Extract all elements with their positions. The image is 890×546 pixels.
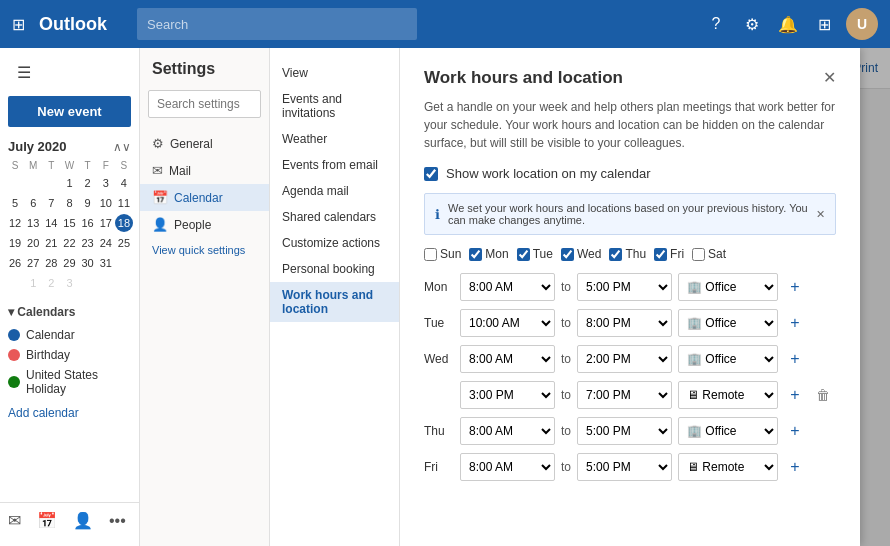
wed-end-time-2[interactable]: 7:00 PM8:00 PM xyxy=(577,381,672,409)
apps-icon[interactable]: ⊞ xyxy=(810,10,838,38)
mini-cal-day[interactable]: 11 xyxy=(115,194,133,212)
day-sat-checkbox[interactable] xyxy=(692,248,705,261)
wed-start-time-1[interactable]: 8:00 AM9:00 AM xyxy=(460,345,555,373)
fri-location[interactable]: 🖥 Remote🏢 Office xyxy=(678,453,778,481)
mini-cal-day[interactable]: 31 xyxy=(97,254,115,272)
mini-cal-day[interactable]: 6 xyxy=(24,194,42,212)
wed-end-time-1[interactable]: 2:00 PM5:00 PM xyxy=(577,345,672,373)
new-event-button[interactable]: New event xyxy=(8,96,131,127)
mini-cal-day[interactable]: 27 xyxy=(24,254,42,272)
mini-cal-day[interactable]: 30 xyxy=(79,254,97,272)
calendar-item-us-holiday[interactable]: United States Holiday xyxy=(8,365,131,399)
help-icon[interactable]: ? xyxy=(702,10,730,38)
fri-end-time[interactable]: 5:00 PM6:00 PM xyxy=(577,453,672,481)
day-fri-checkbox[interactable] xyxy=(654,248,667,261)
thu-add-button[interactable]: + xyxy=(784,420,806,442)
mini-cal-day[interactable]: 13 xyxy=(24,214,42,232)
mini-cal-day[interactable] xyxy=(79,274,97,292)
search-input[interactable] xyxy=(137,8,417,40)
hamburger-button[interactable]: ☰ xyxy=(8,56,40,88)
wh-close-button[interactable]: ✕ xyxy=(823,68,836,87)
avatar[interactable]: U xyxy=(846,8,878,40)
submenu-work-hours[interactable]: Work hours and location xyxy=(270,282,399,322)
mini-cal-day[interactable] xyxy=(24,174,42,192)
settings-nav-general[interactable]: ⚙ General xyxy=(140,130,269,157)
add-calendar-button[interactable]: Add calendar xyxy=(8,403,131,423)
wed-location-1[interactable]: 🏢 Office🖥 Remote xyxy=(678,345,778,373)
mini-cal-day[interactable] xyxy=(6,274,24,292)
mini-cal-day[interactable]: 14 xyxy=(42,214,60,232)
calendar-item-birthday[interactable]: Birthday xyxy=(8,345,131,365)
mini-cal-day[interactable]: 21 xyxy=(42,234,60,252)
calendar-item-calendar[interactable]: Calendar xyxy=(8,325,131,345)
more-icon[interactable]: ••• xyxy=(109,512,126,530)
mini-cal-day[interactable] xyxy=(115,274,133,292)
wed-add-button-2[interactable]: + xyxy=(784,384,806,406)
settings-nav-people[interactable]: 👤 People xyxy=(140,211,269,238)
calendar-icon[interactable]: 📅 xyxy=(37,511,57,530)
submenu-personal-booking[interactable]: Personal booking xyxy=(270,256,399,282)
mini-cal-day[interactable] xyxy=(42,174,60,192)
submenu-weather[interactable]: Weather xyxy=(270,126,399,152)
mini-cal-day[interactable] xyxy=(115,254,133,272)
fri-add-button[interactable]: + xyxy=(784,456,806,478)
view-quick-settings-link[interactable]: View quick settings xyxy=(140,238,269,262)
submenu-events-invitations[interactable]: Events and invitations xyxy=(270,86,399,126)
people-icon[interactable]: 👤 xyxy=(73,511,93,530)
mini-cal-day[interactable]: 9 xyxy=(79,194,97,212)
mini-cal-day[interactable]: 15 xyxy=(60,214,78,232)
wed-location-2[interactable]: 🖥 Remote🏢 Office xyxy=(678,381,778,409)
mini-cal-day[interactable]: 4 xyxy=(115,174,133,192)
wed-add-button-1[interactable]: + xyxy=(784,348,806,370)
tue-location[interactable]: 🏢 Office🖥 Remote xyxy=(678,309,778,337)
tue-end-time[interactable]: 8:00 PM5:00 PM xyxy=(577,309,672,337)
mini-cal-day[interactable]: 10 xyxy=(97,194,115,212)
settings-nav-mail[interactable]: ✉ Mail xyxy=(140,157,269,184)
settings-search-input[interactable] xyxy=(148,90,261,118)
submenu-customize-actions[interactable]: Customize actions xyxy=(270,230,399,256)
mini-cal-day[interactable]: 8 xyxy=(60,194,78,212)
tue-add-button[interactable]: + xyxy=(784,312,806,334)
wh-info-close-button[interactable]: ✕ xyxy=(816,208,825,221)
day-thu-checkbox[interactable] xyxy=(609,248,622,261)
day-sun-checkbox[interactable] xyxy=(424,248,437,261)
tue-start-time[interactable]: 10:00 AM8:00 AM9:00 AM xyxy=(460,309,555,337)
mini-cal-day[interactable]: 7 xyxy=(42,194,60,212)
calendars-header[interactable]: ▾ Calendars xyxy=(8,305,131,319)
day-mon-checkbox[interactable] xyxy=(469,248,482,261)
mini-cal-day[interactable]: 22 xyxy=(60,234,78,252)
submenu-view[interactable]: View xyxy=(270,60,399,86)
mail-icon[interactable]: ✉ xyxy=(8,511,21,530)
mini-cal-next[interactable]: ∨ xyxy=(122,140,131,154)
grid-icon[interactable]: ⊞ xyxy=(12,15,25,34)
thu-location[interactable]: 🏢 Office🖥 Remote xyxy=(678,417,778,445)
submenu-shared-calendars[interactable]: Shared calendars xyxy=(270,204,399,230)
submenu-events-from-email[interactable]: Events from email xyxy=(270,152,399,178)
thu-start-time[interactable]: 8:00 AM9:00 AM xyxy=(460,417,555,445)
wed-start-time-2[interactable]: 3:00 PM4:00 PM xyxy=(460,381,555,409)
mon-add-button[interactable]: + xyxy=(784,276,806,298)
mini-cal-day[interactable]: 1 xyxy=(60,174,78,192)
mini-cal-day[interactable] xyxy=(97,274,115,292)
mini-cal-day[interactable]: 26 xyxy=(6,254,24,272)
mini-cal-day[interactable]: 2 xyxy=(42,274,60,292)
mini-cal-day[interactable]: 3 xyxy=(97,174,115,192)
mini-cal-today[interactable]: 18 xyxy=(115,214,133,232)
mini-cal-day[interactable]: 29 xyxy=(60,254,78,272)
settings-nav-calendar[interactable]: 📅 Calendar xyxy=(140,184,269,211)
mini-cal-day[interactable]: 5 xyxy=(6,194,24,212)
mini-cal-day[interactable]: 25 xyxy=(115,234,133,252)
day-wed-checkbox[interactable] xyxy=(561,248,574,261)
mini-cal-day[interactable]: 19 xyxy=(6,234,24,252)
mini-cal-day[interactable]: 17 xyxy=(97,214,115,232)
notification-icon[interactable]: 🔔 xyxy=(774,10,802,38)
wed-delete-button[interactable]: 🗑 xyxy=(812,384,834,406)
mini-cal-day[interactable] xyxy=(6,174,24,192)
mini-cal-day[interactable]: 12 xyxy=(6,214,24,232)
fri-start-time[interactable]: 8:00 AM9:00 AM xyxy=(460,453,555,481)
settings-icon[interactable]: ⚙ xyxy=(738,10,766,38)
mini-cal-day[interactable]: 16 xyxy=(79,214,97,232)
show-location-checkbox[interactable] xyxy=(424,167,438,181)
mini-cal-day[interactable]: 20 xyxy=(24,234,42,252)
mon-location[interactable]: 🏢 Office🖥 Remote xyxy=(678,273,778,301)
